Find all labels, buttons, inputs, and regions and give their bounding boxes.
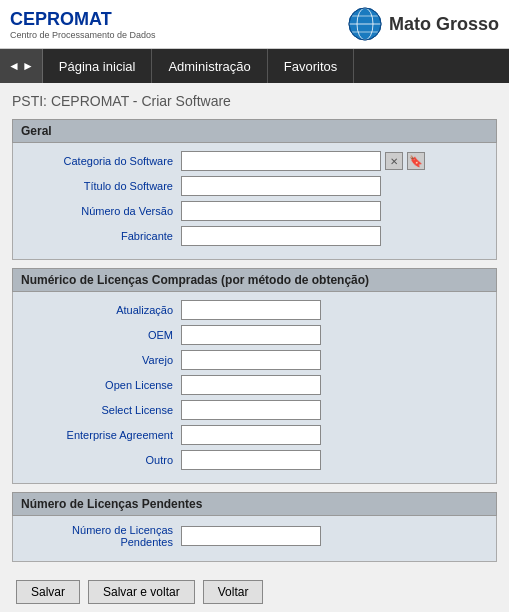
- input-atualizacao[interactable]: [181, 300, 321, 320]
- nav-back-button[interactable]: ◄ ►: [0, 49, 43, 83]
- nav-home[interactable]: Página inicial: [43, 49, 153, 83]
- label-enterprise: Enterprise Agreement: [21, 429, 181, 441]
- brand-name: CEPROMAT: [10, 9, 156, 30]
- input-outro[interactable]: [181, 450, 321, 470]
- back-button[interactable]: Voltar: [203, 580, 264, 604]
- label-titulo: Título do Software: [21, 180, 181, 192]
- field-versao: Número da Versão: [17, 201, 492, 221]
- nav-admin[interactable]: Administração: [152, 49, 267, 83]
- logo-right: Mato Grosso: [347, 6, 499, 42]
- nav-home-label: Página inicial: [59, 59, 136, 74]
- breadcrumb: PSTI: CEPROMAT -: [12, 93, 138, 109]
- label-versao: Número da Versão: [21, 205, 181, 217]
- input-varejo[interactable]: [181, 350, 321, 370]
- field-categoria: Categoria do Software ✕ 🔖: [17, 151, 492, 171]
- brand-subtitle: Centro de Processamento de Dados: [10, 30, 156, 40]
- categoria-input-wrap: ✕ 🔖: [181, 151, 425, 171]
- label-open-license: Open License: [21, 379, 181, 391]
- field-atualizacao: Atualização: [17, 300, 492, 320]
- field-outro: Outro: [17, 450, 492, 470]
- label-varejo: Varejo: [21, 354, 181, 366]
- page-content: PSTI: CEPROMAT - Criar Software Geral Ca…: [0, 83, 509, 612]
- section-geral-header: Geral: [12, 119, 497, 143]
- input-select-license[interactable]: [181, 400, 321, 420]
- field-enterprise: Enterprise Agreement: [17, 425, 492, 445]
- label-fabricante: Fabricante: [21, 230, 181, 242]
- state-name: Mato Grosso: [389, 14, 499, 35]
- forward-arrow-icon: ►: [22, 59, 34, 73]
- input-fabricante[interactable]: [181, 226, 381, 246]
- logo-left: CEPROMAT Centro de Processamento de Dado…: [10, 9, 156, 40]
- form-footer: Salvar Salvar e voltar Voltar: [12, 570, 497, 608]
- label-outro: Outro: [21, 454, 181, 466]
- save-button[interactable]: Salvar: [16, 580, 80, 604]
- input-oem[interactable]: [181, 325, 321, 345]
- navbar: ◄ ► Página inicial Administração Favorit…: [0, 49, 509, 83]
- section-pendentes: Número de Licenças Pendentes Número de L…: [12, 492, 497, 562]
- label-oem: OEM: [21, 329, 181, 341]
- section-geral: Geral Categoria do Software ✕ 🔖 Título d…: [12, 119, 497, 260]
- field-open-license: Open License: [17, 375, 492, 395]
- clear-icon[interactable]: ✕: [385, 152, 403, 170]
- bookmark-icon[interactable]: 🔖: [407, 152, 425, 170]
- field-select-license: Select License: [17, 400, 492, 420]
- nav-favorites[interactable]: Favoritos: [268, 49, 354, 83]
- input-num-pendentes[interactable]: [181, 526, 321, 546]
- input-versao[interactable]: [181, 201, 381, 221]
- field-num-pendentes: Número de Licenças Pendentes: [17, 524, 492, 548]
- input-titulo[interactable]: [181, 176, 381, 196]
- label-atualizacao: Atualização: [21, 304, 181, 316]
- globe-icon: [347, 6, 383, 42]
- back-arrow-icon: ◄: [8, 59, 20, 73]
- field-varejo: Varejo: [17, 350, 492, 370]
- label-select-license: Select License: [21, 404, 181, 416]
- nav-favorites-label: Favoritos: [284, 59, 337, 74]
- label-num-pendentes: Número de Licenças Pendentes: [21, 524, 181, 548]
- field-fabricante: Fabricante: [17, 226, 492, 246]
- section-pendentes-header: Número de Licenças Pendentes: [12, 492, 497, 516]
- field-oem: OEM: [17, 325, 492, 345]
- input-open-license[interactable]: [181, 375, 321, 395]
- page-title-text: Criar Software: [141, 93, 230, 109]
- page-title: PSTI: CEPROMAT - Criar Software: [12, 93, 497, 109]
- section-geral-body: Categoria do Software ✕ 🔖 Título do Soft…: [12, 143, 497, 260]
- input-categoria[interactable]: [181, 151, 381, 171]
- input-enterprise[interactable]: [181, 425, 321, 445]
- app-header: CEPROMAT Centro de Processamento de Dado…: [0, 0, 509, 49]
- nav-admin-label: Administração: [168, 59, 250, 74]
- section-licencas-body: Atualização OEM Varejo Open License Sele…: [12, 292, 497, 484]
- section-licencas-header: Numérico de Licenças Compradas (por méto…: [12, 268, 497, 292]
- label-categoria: Categoria do Software: [21, 155, 181, 167]
- section-pendentes-body: Número de Licenças Pendentes: [12, 516, 497, 562]
- save-back-button[interactable]: Salvar e voltar: [88, 580, 195, 604]
- section-licencas: Numérico de Licenças Compradas (por méto…: [12, 268, 497, 484]
- field-titulo: Título do Software: [17, 176, 492, 196]
